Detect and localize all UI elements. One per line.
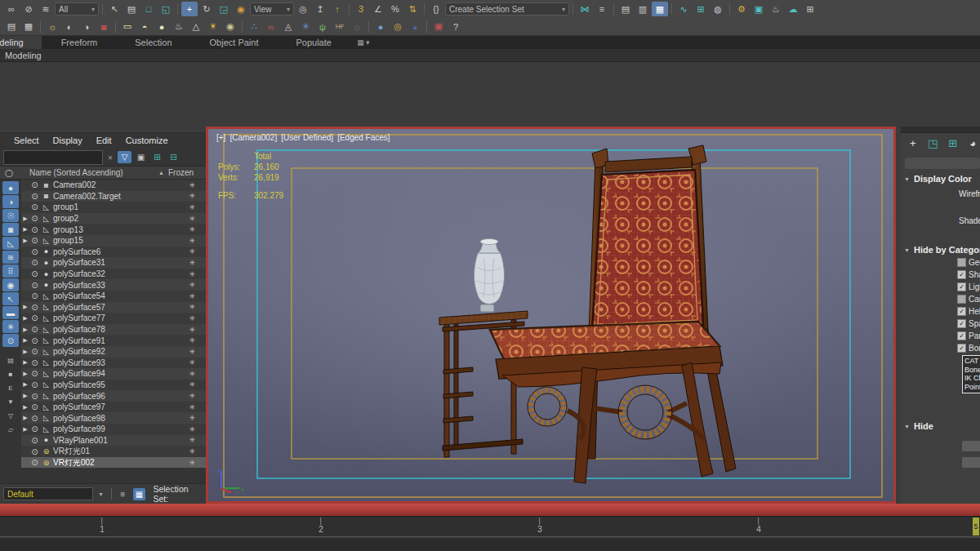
list-item[interactable]: ▶⊙◺polySurface93✳ <box>21 358 206 369</box>
frozen-icon[interactable]: ✳ <box>189 303 203 311</box>
selection-set-icon[interactable]: ▦ <box>133 488 146 500</box>
expand-arrow-icon[interactable]: ▶ <box>21 327 29 333</box>
modify-tab[interactable]: ◳ <box>926 136 941 150</box>
select-and-manipulate-icon[interactable]: ↥ <box>312 2 328 16</box>
frozen-icon[interactable]: ✳ <box>189 370 203 378</box>
visibility-eye-icon[interactable]: ⊙ <box>29 281 40 290</box>
checkbox-icon[interactable]: ✓ <box>957 270 966 279</box>
column-frozen[interactable]: Frozen <box>168 168 201 177</box>
select-and-scale-icon[interactable]: ◲ <box>216 2 232 16</box>
list-item[interactable]: ▶⊙◺polySurface78✳ <box>21 324 206 335</box>
named-selection-sets-dropdown[interactable]: Create Selection Set▾ <box>445 2 569 16</box>
expand-arrow-icon[interactable]: ▶ <box>21 216 29 222</box>
select-and-link-icon[interactable]: ∞ <box>3 2 20 16</box>
frozen-icon[interactable]: ✳ <box>189 459 203 467</box>
listbox-item[interactable]: Bone <box>964 366 980 375</box>
expand-arrow-icon[interactable]: ▶ <box>21 426 29 433</box>
list-item[interactable]: ⊙●polySurface31✳ <box>21 257 206 269</box>
material-editor-icon[interactable]: ◍ <box>710 2 726 16</box>
hf-terrain-icon[interactable]: HF <box>332 20 348 34</box>
visibility-eye-icon[interactable]: ⊙ <box>29 447 40 456</box>
plane-primitive-icon[interactable]: ▭ <box>119 20 136 34</box>
clear-search-icon[interactable]: × <box>105 153 115 162</box>
list-item[interactable]: ▶⊙◺group2✳ <box>21 213 206 224</box>
cone-primitive-icon[interactable]: △ <box>188 20 204 34</box>
visibility-eye-icon[interactable]: ⊙ <box>29 303 40 312</box>
help-icon[interactable]: ? <box>448 20 464 34</box>
visibility-eye-icon[interactable]: ⊙ <box>29 247 40 256</box>
tab-populate[interactable]: Populate <box>278 36 349 49</box>
hide-category-listbox[interactable]: CAT BBoneIK ChPoint <box>962 355 980 393</box>
menu-select[interactable]: Select <box>14 136 39 145</box>
angle-snap-icon[interactable]: ∠ <box>370 2 386 16</box>
flower-icon[interactable]: ✳ <box>297 20 314 34</box>
texture-sphere-icon[interactable]: ◌ <box>349 20 365 34</box>
list-item[interactable]: ▶⊙◺polySurface95✳ <box>21 380 206 391</box>
visibility-eye-icon[interactable]: ⊙ <box>29 369 40 378</box>
selection-filter-dropdown[interactable]: All▾ <box>55 2 99 16</box>
motion-tab[interactable]: ◕ <box>966 136 980 150</box>
hide-category-row[interactable]: Cam <box>957 295 980 304</box>
visibility-eye-icon[interactable]: ⊙ <box>29 458 40 467</box>
frozen-icon[interactable]: ✳ <box>189 392 203 400</box>
visibility-eye-icon[interactable]: ⊙ <box>29 424 40 433</box>
scatter-icon[interactable]: ∴ <box>246 20 262 34</box>
frozen-icon[interactable]: ✳ <box>189 225 203 233</box>
frozen-icon[interactable]: ✳ <box>189 215 203 223</box>
window-crossing-icon[interactable]: ◱ <box>158 2 174 16</box>
expand-arrow-icon[interactable]: ▶ <box>21 415 29 421</box>
frozen-icon[interactable]: ✳ <box>189 181 203 189</box>
expand-arrow-icon[interactable]: ▶ <box>21 404 29 411</box>
use-pivot-center-icon[interactable]: ◎ <box>295 2 311 16</box>
expand-arrow-icon[interactable]: ▶ <box>21 337 29 344</box>
hide-by-category-rollout[interactable]: ▼ Hide by Category <box>904 245 980 255</box>
visibility-eye-icon[interactable]: ⊙ <box>29 291 40 300</box>
list-item[interactable]: ⊙●VRayPlane001✳ <box>21 435 206 447</box>
batch-render-icon[interactable]: ◙ <box>96 20 112 34</box>
frozen-icon[interactable]: ✳ <box>189 237 203 245</box>
search-input[interactable] <box>3 150 103 165</box>
lock-cell-editing-icon[interactable]: ▤ <box>2 353 19 367</box>
list-item[interactable]: ⊙⊚VR灯光01✳ <box>21 446 206 457</box>
daylight-icon[interactable]: ☀ <box>205 20 221 34</box>
display-cameras-icon[interactable]: ◙ <box>2 223 19 236</box>
frozen-icon[interactable]: ✳ <box>189 281 203 289</box>
visibility-eye-icon[interactable]: ⊙ <box>29 380 40 389</box>
frozen-icon[interactable]: ✳ <box>189 436 203 444</box>
snaps-toggle-icon[interactable]: 3 <box>353 2 369 16</box>
visibility-eye-icon[interactable]: ⊙ <box>29 202 40 211</box>
display-lights-icon[interactable]: ☉ <box>2 209 19 222</box>
frozen-icon[interactable]: ✳ <box>189 425 203 433</box>
toggle-scene-explorer-icon[interactable]: ▤ <box>617 2 634 16</box>
select-by-name-icon[interactable]: ▤ <box>123 2 140 16</box>
visibility-eye-icon[interactable]: ⊙ <box>29 269 40 278</box>
tab-object-paint[interactable]: Object Paint <box>192 36 277 49</box>
expand-arrow-icon[interactable]: ▶ <box>21 381 29 388</box>
clipboard-icon[interactable]: ▣ <box>430 20 447 34</box>
list-item[interactable]: ▶⊙◺polySurface92✳ <box>21 346 206 358</box>
visibility-eye-icon[interactable]: ⊙ <box>29 402 40 411</box>
list-item[interactable]: ⊙●polySurface32✳ <box>21 269 206 280</box>
checkbox-icon[interactable]: ✓ <box>957 331 966 340</box>
select-and-rotate-icon[interactable]: ↻ <box>198 2 215 16</box>
hierarchy-tab[interactable]: ⊞ <box>946 136 960 150</box>
connect-icon[interactable]: ∞ <box>263 20 279 34</box>
list-item[interactable]: ▶⊙◺polySurface97✳ <box>21 402 206 413</box>
menu-edit[interactable]: Edit <box>96 136 112 145</box>
visibility-eye-icon[interactable]: ⊙ <box>29 336 40 345</box>
checkbox-icon[interactable]: ✓ <box>957 319 966 328</box>
frozen-icon[interactable]: ✳ <box>189 247 203 256</box>
dome-primitive-icon[interactable]: ◓ <box>136 20 153 34</box>
hide-category-row[interactable]: ✓Sha <box>957 270 980 279</box>
viewport-edged-faces-menu[interactable]: [Edged Faces] <box>337 133 390 142</box>
checkbox-icon[interactable]: ✓ <box>957 307 966 316</box>
visibility-eye-icon[interactable]: ⊙ <box>29 436 40 445</box>
edit-named-selection-sets-icon[interactable]: {} <box>428 2 444 16</box>
stack-icon[interactable]: ≡ <box>117 488 130 500</box>
expand-all-icon[interactable]: ⊞ <box>150 151 164 163</box>
hide-button-1[interactable] <box>962 441 980 451</box>
hide-category-row[interactable]: ✓Ligh <box>957 282 980 291</box>
expand-arrow-icon[interactable]: ▶ <box>21 304 29 310</box>
blue-sphere-icon[interactable]: ● <box>372 20 389 34</box>
frame-tick[interactable]: 1 <box>100 518 105 534</box>
